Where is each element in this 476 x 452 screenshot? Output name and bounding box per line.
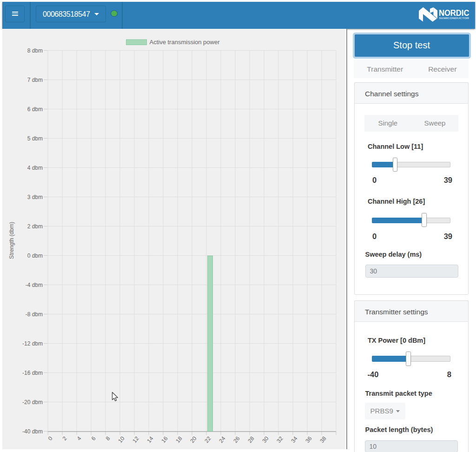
svg-text:8: 8	[104, 435, 111, 442]
svg-text:34: 34	[290, 435, 299, 444]
svg-text:12: 12	[131, 435, 140, 444]
svg-text:18: 18	[174, 435, 184, 444]
svg-text:22: 22	[203, 435, 212, 444]
svg-text:36: 36	[304, 435, 313, 444]
svg-text:-20 dbm: -20 dbm	[22, 399, 42, 405]
svg-text:4: 4	[75, 435, 82, 442]
svg-text:24: 24	[218, 435, 227, 444]
svg-text:-12 dbm: -12 dbm	[22, 340, 42, 347]
svg-text:26: 26	[232, 435, 241, 444]
svg-text:38: 38	[318, 435, 328, 444]
svg-text:-4 dbm: -4 dbm	[25, 282, 42, 288]
svg-text:Active transmission power: Active transmission power	[149, 39, 220, 46]
svg-text:2 dbm: 2 dbm	[27, 223, 42, 230]
svg-text:16: 16	[160, 435, 169, 444]
svg-text:-8 dbm: -8 dbm	[25, 311, 42, 318]
svg-text:0: 0	[46, 435, 53, 442]
svg-text:6: 6	[90, 435, 97, 442]
svg-text:3 dbm: 3 dbm	[27, 194, 42, 200]
svg-text:14: 14	[145, 435, 155, 444]
svg-text:-40 dbm: -40 dbm	[22, 428, 42, 435]
svg-text:20: 20	[189, 435, 198, 444]
svg-text:5 dbm: 5 dbm	[27, 135, 42, 142]
svg-text:10: 10	[117, 435, 126, 444]
svg-text:4 dbm: 4 dbm	[27, 165, 42, 171]
svg-text:28: 28	[246, 435, 256, 444]
svg-text:-16 dbm: -16 dbm	[22, 370, 42, 376]
svg-text:30: 30	[261, 435, 270, 444]
svg-text:6 dbm: 6 dbm	[27, 106, 42, 113]
svg-text:2: 2	[61, 435, 68, 442]
svg-text:0 dbm: 0 dbm	[27, 253, 42, 259]
svg-text:Strength (dbm): Strength (dbm)	[8, 222, 14, 259]
svg-text:8 dbm: 8 dbm	[27, 47, 42, 54]
svg-text:32: 32	[275, 435, 284, 444]
svg-text:7 dbm: 7 dbm	[27, 77, 42, 83]
svg-text:SEMICONDUCTOR: SEMICONDUCTOR	[439, 17, 469, 20]
